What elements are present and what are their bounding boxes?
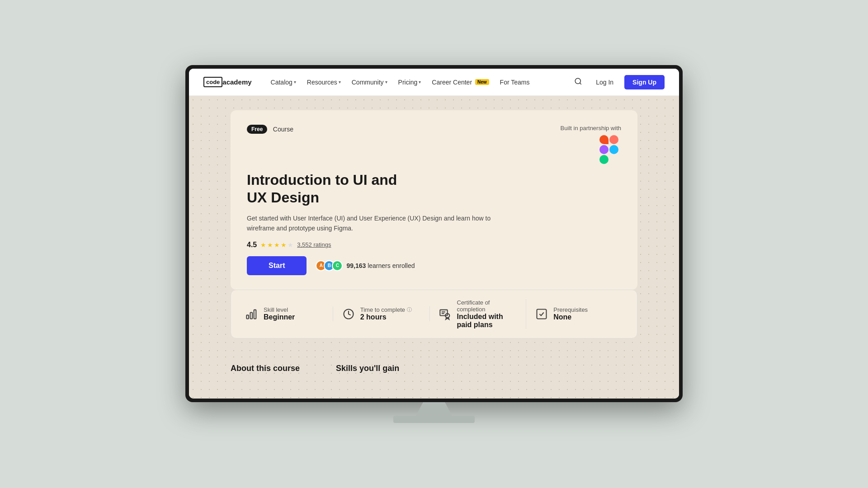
figma-dot-purple (599, 145, 609, 154)
chevron-down-icon: ▾ (339, 80, 341, 84)
avatar-3: C (332, 260, 343, 271)
logo-code-part: code (203, 77, 222, 87)
start-button[interactable]: Start (247, 256, 307, 275)
nav-item-resources[interactable]: Resources ▾ (302, 76, 345, 89)
stat-skill-level: Skill level Beginner (245, 306, 333, 321)
figma-dot-blue (609, 145, 618, 154)
nav-item-for-teams[interactable]: For Teams (495, 76, 534, 89)
stat-certificate: Certificate of completion Included with … (430, 299, 527, 329)
partnership-section: Built in partnership with (561, 125, 621, 164)
certificate-icon (439, 308, 452, 320)
learner-avatars: A B C (316, 260, 343, 271)
course-description: Get started with User Interface (UI) and… (247, 213, 500, 234)
login-button[interactable]: Log In (590, 76, 619, 89)
partnership-label: Built in partnership with (561, 125, 621, 131)
stat-time-value: 2 hours (360, 313, 412, 321)
figma-dot-orange (609, 135, 618, 144)
monitor-frame: codeacademy Catalog ▾ Resources ▾ Commun… (185, 65, 683, 402)
svg-point-0 (575, 78, 580, 84)
star-2: ★ (267, 241, 273, 249)
svg-line-1 (580, 83, 581, 84)
monitor-stand (393, 402, 475, 423)
stat-prereq-label: Prerequisites (553, 306, 588, 313)
course-card: Free Course Built in partnership with (231, 110, 637, 290)
course-badge-row: Free Course (247, 125, 293, 134)
info-icon[interactable]: ⓘ (407, 306, 412, 313)
chevron-down-icon: ▾ (385, 80, 387, 84)
checklist-icon (535, 308, 548, 320)
nav-actions: Log In Sign Up (571, 75, 665, 90)
stat-skill-value: Beginner (264, 313, 295, 321)
stats-bar-wrapper: Skill level Beginner Time to complete (189, 290, 679, 353)
nav-item-catalog[interactable]: Catalog ▾ (266, 76, 301, 89)
monitor-screen: codeacademy Catalog ▾ Resources ▾ Commun… (189, 69, 679, 399)
free-badge: Free (247, 125, 267, 134)
stand-neck (416, 402, 452, 416)
svg-rect-2 (246, 315, 249, 319)
stat-prereq-text: Prerequisites None (553, 306, 588, 321)
stat-time-text: Time to complete ⓘ 2 hours (360, 306, 412, 321)
cta-row: Start A B C 99,163 learners enrolled (247, 256, 621, 275)
signup-button[interactable]: Sign Up (624, 75, 665, 89)
stat-cert-label: Certificate of completion (457, 299, 517, 313)
figma-dot-green (599, 155, 609, 164)
search-button[interactable] (571, 75, 585, 90)
stat-cert-text: Certificate of completion Included with … (457, 299, 517, 329)
nav-item-career-center[interactable]: Career Center New (427, 76, 493, 89)
stat-time: Time to complete ⓘ 2 hours (333, 306, 430, 321)
course-title: Introduction to UI andUX Design (247, 171, 621, 206)
skills-heading: Skills you'll gain (336, 364, 399, 373)
svg-rect-3 (250, 312, 253, 319)
star-3: ★ (274, 241, 280, 249)
clock-icon (342, 308, 355, 320)
rating-number: 4.5 (247, 241, 257, 249)
stat-skill-text: Skill level Beginner (264, 306, 295, 321)
nav-item-community[interactable]: Community ▾ (347, 76, 392, 89)
nav-item-pricing[interactable]: Pricing ▾ (394, 76, 426, 89)
bottom-section: About this course Skills you'll gain (231, 353, 637, 384)
stat-skill-label: Skill level (264, 306, 295, 313)
stat-prerequisites: Prerequisites None (526, 306, 623, 321)
new-badge: New (475, 79, 489, 85)
star-4: ★ (281, 241, 287, 249)
stars: ★ ★ ★ ★ ★ (260, 241, 293, 249)
stand-base (393, 416, 475, 423)
rating-count[interactable]: 3,552 ratings (297, 241, 331, 248)
about-heading: About this course (231, 364, 300, 373)
chevron-down-icon: ▾ (294, 80, 296, 84)
skill-level-icon (245, 308, 258, 320)
rating-row: 4.5 ★ ★ ★ ★ ★ 3,552 ratings (247, 241, 621, 249)
navigation: codeacademy Catalog ▾ Resources ▾ Commun… (189, 69, 679, 96)
svg-rect-4 (254, 310, 256, 319)
stats-bar: Skill level Beginner Time to complete (231, 290, 637, 338)
stat-cert-value: Included with paid plans (457, 313, 517, 329)
learners-count: 99,163 learners enrolled (346, 262, 415, 269)
stat-prereq-value: None (553, 313, 588, 321)
svg-rect-7 (440, 310, 447, 315)
nav-links: Catalog ▾ Resources ▾ Community ▾ Pricin… (266, 76, 561, 89)
star-1: ★ (260, 241, 266, 249)
stat-time-label: Time to complete ⓘ (360, 306, 412, 313)
figma-dot-red (599, 135, 609, 144)
logo-academy-part: academy (222, 78, 251, 86)
star-5-half: ★ (288, 241, 293, 249)
learners-section: A B C 99,163 learners enrolled (316, 260, 415, 271)
logo[interactable]: codeacademy (203, 77, 252, 87)
figma-logo (599, 135, 621, 164)
course-type-label: Course (273, 126, 293, 133)
svg-rect-10 (537, 309, 547, 319)
chevron-down-icon: ▾ (419, 80, 421, 84)
hero-section: Free Course Built in partnership with (189, 96, 679, 290)
search-icon (574, 77, 582, 85)
course-header-row: Free Course Built in partnership with (247, 125, 621, 164)
bottom-section-wrapper: About this course Skills you'll gain (189, 353, 679, 399)
